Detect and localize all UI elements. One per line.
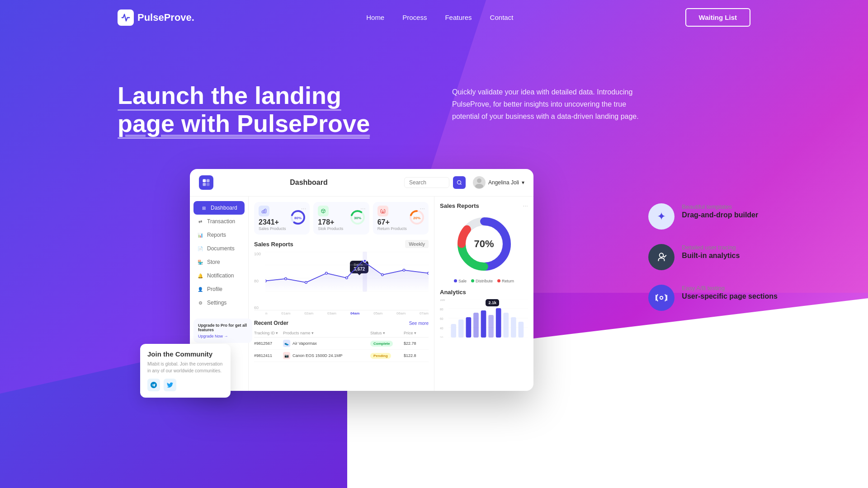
settings-icon: ⚙ [197,300,203,306]
nav-features[interactable]: Features [445,14,472,21]
feature-title-1: Drag-and-drop builder [682,211,758,219]
feature-text-2: Detailed user tracing Built-in analytics [682,244,740,260]
analytics-chart: 2.1k 100 80 60 [440,299,528,338]
sidebar-item-transaction[interactable]: ⇄ Transaction [190,215,248,228]
upgrade-card: Upgrade to Pro for get all features Upgr… [193,319,252,343]
sidebar-label-profile: Profile [207,286,222,292]
svg-point-29 [403,269,405,272]
stats-row: ··· 2341+ Sales Products [254,202,429,235]
see-more-link[interactable]: See more [409,321,429,326]
join-socials [147,379,223,391]
svg-marker-21 [265,261,429,292]
dashboard-title: Dashboard [221,178,397,187]
legend-sale: Sale [454,279,467,283]
dashboard-body: ⊞ Dashboard ⇄ Transaction 📊 Reports 📄 Do… [190,197,533,391]
sidebar-label-documents: Documents [207,245,235,252]
store-icon: 🏪 [197,259,203,265]
legend-return: Return [497,279,514,283]
svg-point-27 [363,260,366,263]
join-community-card: Join the Community Mlabit is global. Joi… [140,344,231,398]
twitter-button[interactable] [164,379,176,391]
sidebar-item-settings[interactable]: ⚙ Settings [190,296,248,310]
feature-subtitle-1: Beautiful templates [682,203,758,210]
order-id-2: #9812411 [254,353,281,358]
svg-rect-0 [203,179,206,183]
svg-rect-49 [481,310,486,338]
dashboard-user: Angelina Joli ▾ [473,176,524,189]
svg-rect-50 [488,315,494,338]
order-status-1: Complete [370,341,402,346]
return-icon [377,206,388,216]
chart-title: Sales Reports [254,241,293,248]
reports-icon: 📊 [197,232,203,238]
svg-rect-51 [496,308,501,338]
main-nav: Home Process Features Contact [366,14,513,21]
svg-rect-54 [519,322,524,338]
analytics-title: Analytics [440,289,528,296]
svg-text:20%: 20% [413,216,420,220]
feature-item-2: Detailed user tracing Built-in analytics [648,244,778,270]
sidebar-item-store[interactable]: 🏪 Store [190,255,248,269]
waiting-list-button[interactable]: Waiting List [685,8,750,27]
chart-filter[interactable]: Weekly [405,240,429,248]
feature-icon-builder: ✦ [648,203,675,230]
more-options-icon[interactable]: ··· [523,202,528,209]
order-price-2: $122.8 [404,353,429,358]
col-products-name: Products name ▾ [283,331,368,335]
recent-order-header: Recent Order See more [254,320,429,326]
svg-point-25 [325,272,327,274]
return-donut: 20% [409,209,425,227]
svg-point-23 [285,278,287,280]
legend-dot-distribute [471,279,474,282]
sales-donut: 80% [290,209,306,227]
logo-icon [118,9,134,26]
order-id-1: #9812567 [254,341,281,346]
sidebar-item-profile[interactable]: 👤 Profile [190,282,248,296]
sidebar-label-notification: Notification [207,272,234,279]
dashboard-search [404,176,466,189]
svg-point-30 [428,272,429,274]
dashboard-icon: ⊞ [201,205,207,211]
nav-contact[interactable]: Contact [490,14,514,21]
header: PulseProve. Home Process Features Contac… [0,0,868,35]
table-row-2: #9812411 📷 Canon EOS 1500D 24.1MP Pendin… [254,350,429,362]
chevron-down-icon: ▾ [522,179,524,186]
dashboard-logo [199,175,213,190]
product-name-1: 👟 Air Vapormax [283,340,368,347]
nav-home[interactable]: Home [366,14,384,21]
search-input[interactable] [404,177,449,188]
analytics-tooltip: 2.1k [486,299,499,306]
stock-donut: 30% [349,209,366,227]
dashboard-right-panel: Sales Reports ··· 70% [434,197,533,391]
chart-header: Sales Reports Weekly [254,240,429,248]
sidebar-label-store: Store [207,259,220,265]
svg-point-4 [457,181,461,184]
recent-order-section: Recent Order See more Tracking ID ▾ Prod… [254,320,429,362]
logo: PulseProve. [118,9,194,26]
documents-icon: 📄 [197,245,203,252]
svg-text:20: 20 [440,336,443,338]
svg-rect-47 [466,317,472,338]
feature-subtitle-2: Detailed user tracing [682,244,740,251]
upgrade-link[interactable]: Upgrade Now → [198,334,248,338]
donut-chart: 70% [440,215,528,273]
sidebar-item-dashboard[interactable]: ⊞ Dashboard [193,201,245,215]
svg-text:30%: 30% [354,216,361,220]
feature-text-1: Beautiful templates Drag-and-drop builde… [682,203,758,219]
svg-point-26 [345,277,348,279]
sidebar-label-settings: Settings [207,300,226,306]
sidebar-item-notification[interactable]: 🔔 Notification [190,269,248,282]
profile-icon: 👤 [197,286,203,292]
nav-process[interactable]: Process [402,14,427,21]
feature-icon-ab-testing [648,285,675,311]
donut-center-percent: 70% [474,238,494,250]
stock-icon [318,206,329,216]
chart-area: 100 80 60 Sales 3,672 [254,252,429,310]
sidebar-item-documents[interactable]: 📄 Documents [190,242,248,255]
telegram-button[interactable] [147,379,160,391]
search-button[interactable] [453,176,466,189]
svg-point-22 [265,280,266,282]
feature-item-1: ✦ Beautiful templates Drag-and-drop buil… [648,203,778,230]
svg-text:100: 100 [440,299,445,301]
sidebar-item-reports[interactable]: 📊 Reports [190,228,248,242]
